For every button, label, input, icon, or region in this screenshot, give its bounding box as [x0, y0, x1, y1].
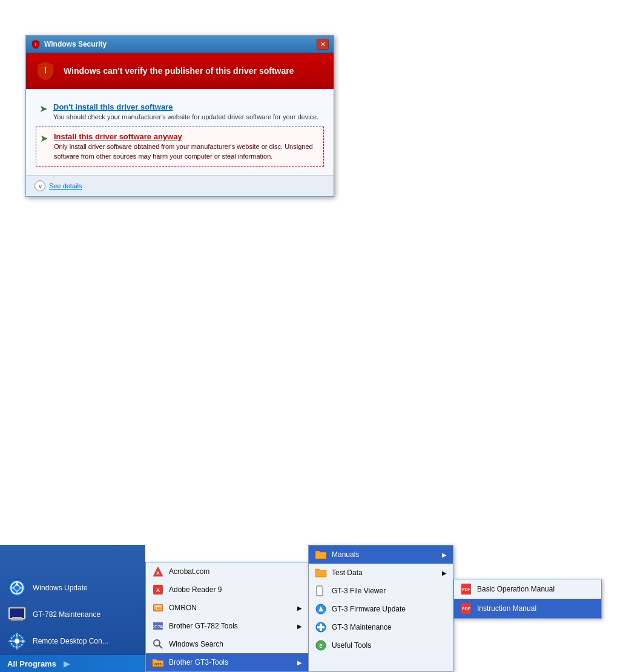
all-programs-arrow-icon: ▶: [64, 659, 70, 668]
firmware-update-item[interactable]: GT-3 Firmware Update: [309, 600, 453, 618]
dialog-header: ! Windows can't verify the publisher of …: [26, 53, 334, 89]
all-programs-label: All Programs: [7, 659, 56, 668]
svg-text:GT3: GT3: [154, 662, 162, 666]
header-shield-icon: !: [35, 60, 56, 82]
dialog-titlebar: ! Windows Security ✕: [26, 36, 334, 53]
svg-text:!: !: [44, 65, 47, 75]
programs-menu: A Acrobat.com A Adobe Reader 9 OMR OMRON…: [145, 562, 309, 672]
svg-text:PDF: PDF: [462, 607, 471, 611]
gt3-maintenance-item[interactable]: GT-3 Maintenance: [309, 618, 453, 636]
omron-item[interactable]: OMR OMRON ▶: [146, 599, 308, 617]
firmware-icon: [315, 603, 327, 615]
svg-text:GT-782: GT-782: [152, 625, 164, 628]
brother-gt3-item[interactable]: GT3 Brother GT3-Tools ▶: [146, 653, 308, 671]
svg-text:A: A: [156, 587, 160, 593]
useful-tools-item[interactable]: e Useful Tools: [309, 636, 453, 654]
submenu-arrow: ▶: [297, 605, 302, 611]
svg-text:OMR: OMR: [153, 606, 163, 610]
search-icon: [152, 638, 164, 650]
windows-update-label: Windows Update: [33, 584, 88, 592]
arrow-icon-2: ➤: [40, 133, 48, 144]
gt782-icon: [7, 605, 27, 624]
install-anyway-option[interactable]: ➤ Install this driver software anyway On…: [36, 127, 324, 166]
brother-gt782-item[interactable]: GT-782 Brother GT-782 Tools ▶: [146, 617, 308, 635]
all-programs-bar[interactable]: All Programs ▶: [0, 654, 145, 672]
dialog-footer: ∨ See details: [26, 175, 334, 196]
file-viewer-item[interactable]: GT-3 File Viewer: [309, 582, 453, 600]
maintenance-icon: [315, 621, 327, 633]
install-anyway-desc: Only install driver software obtained fr…: [54, 142, 320, 161]
windows-search-item[interactable]: Windows Search: [146, 635, 308, 653]
manuals-item[interactable]: Manuals ▶: [309, 545, 453, 564]
manuals-icon: [315, 548, 327, 561]
windows-update-icon: [7, 578, 27, 598]
svg-rect-7: [11, 619, 23, 621]
submenu-arrow-3: ▶: [297, 659, 302, 666]
pinned-windows-update[interactable]: Windows Update: [0, 575, 145, 601]
dialog-body: ➤ Don't install this driver software You…: [26, 89, 334, 175]
svg-line-23: [159, 645, 162, 648]
arrow-icon: ➤: [39, 103, 47, 114]
gt3-submenu: Manuals ▶ Test Data ▶ GT-3 File Viewer G…: [308, 545, 453, 672]
basic-operation-manual-item[interactable]: PDF Basic Operation Manual: [454, 579, 601, 599]
dont-install-title: Don't install this driver software: [53, 102, 318, 111]
test-data-arrow: ▶: [442, 570, 447, 576]
header-message: Windows can't verify the publisher of th…: [64, 65, 294, 76]
adobe-reader-icon: A: [152, 584, 164, 596]
file-viewer-icon: [315, 585, 327, 597]
omron-icon: OMR: [152, 602, 164, 614]
svg-text:PDF: PDF: [462, 587, 471, 591]
windows-security-dialog: ! Windows Security ✕ ! Windows can't ver…: [25, 35, 334, 197]
start-menu-area: Windows Update GT-782 Maintenance Remote…: [0, 542, 629, 672]
instruction-manual-item[interactable]: PDF Instruction Manual: [454, 599, 601, 618]
see-details-link[interactable]: See details: [49, 182, 82, 189]
brother-gt782-icon: GT-782: [152, 620, 164, 632]
svg-rect-6: [12, 617, 22, 619]
left-panel: Windows Update GT-782 Maintenance Remote…: [0, 545, 145, 672]
dialog-title: ! Windows Security: [31, 39, 107, 49]
svg-text:!: !: [35, 42, 37, 47]
gt782-label: GT-782 Maintenance: [33, 610, 100, 619]
see-details-icon: ∨: [35, 180, 45, 191]
test-data-icon: [315, 567, 327, 579]
pinned-remote-desktop[interactable]: Remote Desktop Con...: [0, 628, 145, 654]
dont-install-option[interactable]: ➤ Don't install this driver software You…: [36, 97, 324, 127]
pdf-basic-icon: PDF: [460, 583, 472, 595]
test-data-item[interactable]: Test Data ▶: [309, 564, 453, 582]
pinned-gt782-maintenance[interactable]: GT-782 Maintenance: [0, 601, 145, 628]
svg-rect-31: [317, 626, 324, 628]
svg-text:e: e: [319, 642, 323, 649]
dont-install-desc: You should check your manufacturer's web…: [53, 113, 318, 122]
svg-text:A: A: [156, 570, 160, 576]
gt3-folder-icon: GT3: [152, 656, 164, 668]
remote-desktop-label: Remote Desktop Con...: [33, 637, 108, 645]
shield-icon: !: [31, 39, 41, 49]
install-anyway-title: Install this driver software anyway: [54, 132, 320, 141]
manuals-arrow: ▶: [442, 552, 447, 558]
adobe-reader-item[interactable]: A Adobe Reader 9: [146, 581, 308, 599]
svg-point-22: [154, 640, 160, 646]
svg-rect-5: [10, 608, 24, 618]
remote-desktop-icon: [7, 631, 27, 651]
svg-rect-26: [321, 586, 323, 588]
submenu-arrow-2: ▶: [297, 623, 302, 630]
acrobat-icon: A: [152, 565, 164, 578]
acrobat-com-item[interactable]: A Acrobat.com: [146, 562, 308, 581]
pdf-instruction-icon: PDF: [460, 602, 472, 614]
manuals-submenu: PDF Basic Operation Manual PDF Instructi…: [453, 579, 602, 619]
useful-tools-icon: e: [315, 639, 327, 651]
close-button[interactable]: ✕: [317, 39, 329, 50]
